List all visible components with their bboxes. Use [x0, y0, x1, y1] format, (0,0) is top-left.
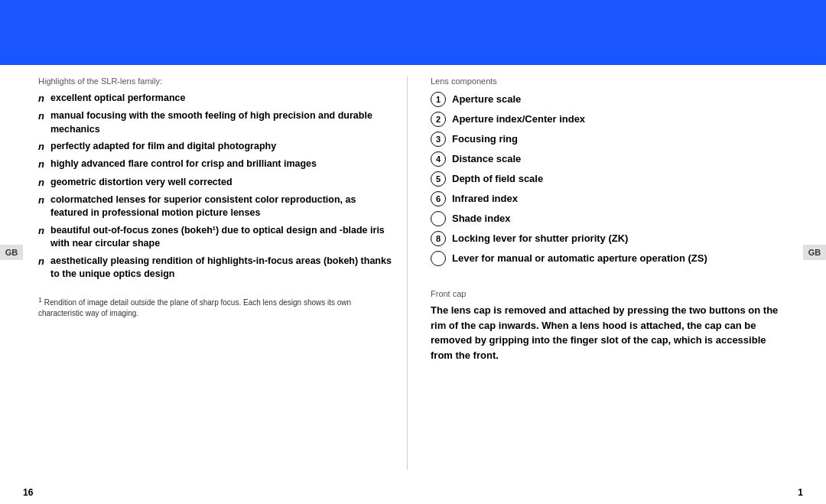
- component-number: 3: [431, 132, 446, 147]
- front-cap-text: The lens cap is removed and attached by …: [431, 303, 788, 363]
- component-number: 2: [431, 112, 446, 127]
- list-item: 2 Aperture index/Center index: [431, 112, 788, 127]
- right-column: Lens components 1 Aperture scale 2 Apert…: [423, 76, 788, 470]
- component-text: Aperture index/Center index: [452, 113, 585, 126]
- bullet-icon: n: [38, 92, 46, 106]
- highlights-list: n excellent optical performance n manual…: [38, 92, 395, 281]
- list-item: 4 Distance scale: [431, 151, 788, 167]
- list-item: 3 Focusing ring: [431, 132, 788, 147]
- component-text: Lever for manual or automatic aperture o…: [452, 252, 707, 265]
- component-number: 5: [431, 171, 446, 187]
- footnote: 1 Rendition of image detail outside the …: [38, 295, 395, 319]
- bullet-icon: n: [38, 255, 46, 268]
- component-text: Shade index: [452, 213, 511, 226]
- lens-components-label: Lens components: [431, 76, 788, 86]
- header-bar: [0, 0, 826, 65]
- list-item: Lever for manual or automatic aperture o…: [431, 251, 788, 266]
- list-item: Shade index: [431, 211, 788, 226]
- component-text: Depth of field scale: [452, 173, 543, 186]
- list-item: n geometric distortion very well correct…: [38, 176, 395, 190]
- page-wrapper: GB GB Highlights of the SLR-lens family:…: [0, 0, 826, 504]
- component-number: 1: [431, 92, 446, 107]
- component-text: Focusing ring: [452, 133, 518, 146]
- item-text: beautiful out-of-focus zones (bokeh¹) du…: [50, 224, 395, 251]
- footnote-superscript: 1: [38, 296, 42, 304]
- lens-components-list: 1 Aperture scale 2 Aperture index/Center…: [431, 92, 788, 266]
- content-area: Highlights of the SLR-lens family: n exc…: [23, 65, 803, 481]
- item-text: perfectly adapted for film and digital p…: [50, 140, 276, 154]
- component-text: Distance scale: [452, 153, 521, 166]
- component-empty-circle: [431, 211, 446, 226]
- bullet-icon: n: [38, 193, 46, 207]
- list-item: n perfectly adapted for film and digital…: [38, 140, 395, 154]
- list-item: 5 Depth of field scale: [431, 171, 788, 187]
- item-text: geometric distortion very well corrected: [50, 176, 233, 190]
- highlights-label: Highlights of the SLR-lens family:: [38, 76, 395, 86]
- list-item: n aesthetically pleasing rendition of hi…: [38, 255, 395, 281]
- item-text: aesthetically pleasing rendition of high…: [50, 255, 395, 281]
- list-item: 1 Aperture scale: [431, 92, 788, 107]
- list-item: 6 Infrared index: [431, 191, 788, 206]
- front-cap-label: Front cap: [431, 289, 788, 298]
- component-text: Infrared index: [452, 193, 518, 206]
- item-text: excellent optical performance: [50, 92, 185, 106]
- gb-label-left: GB: [0, 245, 23, 260]
- footnote-text: Rendition of image detail outside the pl…: [38, 298, 351, 317]
- list-item: n manual focusing with the smooth feelin…: [38, 109, 395, 136]
- item-text: manual focusing with the smooth feeling …: [50, 109, 395, 136]
- gb-label-right: GB: [803, 245, 826, 260]
- component-empty-circle: [431, 251, 446, 266]
- item-text: highly advanced flare control for crisp …: [50, 158, 317, 171]
- bullet-icon: n: [38, 140, 46, 154]
- list-item: n highly advanced flare control for cris…: [38, 158, 395, 171]
- component-number: 6: [431, 191, 446, 206]
- list-item: n beautiful out-of-focus zones (bokeh¹) …: [38, 224, 395, 251]
- component-text: Aperture scale: [452, 93, 521, 106]
- list-item: n excellent optical performance: [38, 92, 395, 106]
- component-number: 8: [431, 231, 446, 246]
- bullet-icon: n: [38, 224, 46, 238]
- item-text: colormatched lenses for superior consist…: [50, 193, 395, 220]
- page-number-right: 1: [798, 487, 803, 498]
- list-item: n colormatched lenses for superior consi…: [38, 193, 395, 220]
- page-number-left: 16: [23, 487, 33, 498]
- left-column: Highlights of the SLR-lens family: n exc…: [38, 76, 408, 470]
- bullet-icon: n: [38, 176, 46, 190]
- bullet-icon: n: [38, 109, 46, 123]
- list-item: 8 Locking lever for shutter priority (ZK…: [431, 231, 788, 246]
- bullet-icon: n: [38, 158, 46, 171]
- component-number: 4: [431, 151, 446, 167]
- component-text: Locking lever for shutter priority (ZK): [452, 232, 628, 245]
- front-cap-section: Front cap The lens cap is removed and at…: [431, 281, 788, 363]
